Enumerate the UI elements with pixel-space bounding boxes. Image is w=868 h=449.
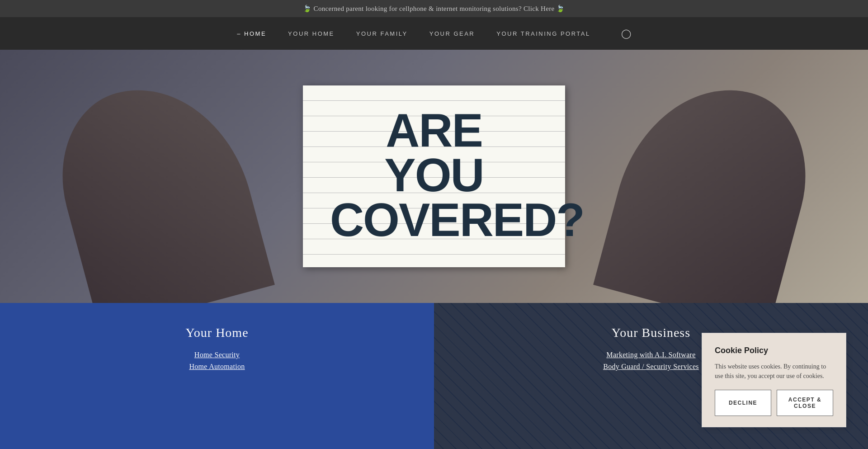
nav-item-your-gear[interactable]: YOUR GEAR — [429, 30, 475, 37]
hero-line3: COVERED? — [330, 194, 584, 246]
card-home-link-automation[interactable]: Home Automation — [18, 363, 416, 371]
announcement-bar[interactable]: 🍃 Concerned parent looking for cellphone… — [0, 0, 868, 17]
hero-section: ARE YOU COVERED? — [0, 50, 868, 303]
cookie-accept-button[interactable]: ACCEPT & CLOSE — [777, 390, 833, 416]
card-home-link-security[interactable]: Home Security — [18, 351, 416, 359]
cookie-text: This website uses cookies. By continuing… — [715, 362, 833, 381]
main-nav: – HOME YOUR HOME YOUR FAMILY YOUR GEAR Y… — [0, 17, 868, 50]
announcement-text: 🍃 Concerned parent looking for cellphone… — [303, 5, 565, 12]
user-account-icon[interactable]: ◯ — [621, 28, 631, 39]
hero-sign: ARE YOU COVERED? — [303, 85, 565, 267]
left-hand-decor — [42, 66, 275, 303]
cookie-popup: Cookie Policy This website uses cookies.… — [702, 333, 846, 427]
nav-item-home[interactable]: – HOME — [237, 30, 266, 37]
cookie-decline-button[interactable]: DECLINE — [715, 390, 771, 416]
nav-item-your-training-portal[interactable]: YOUR TRAINING PORTAL — [496, 30, 590, 37]
nav-item-your-home[interactable]: YOUR HOME — [288, 30, 335, 37]
cookie-title: Cookie Policy — [715, 346, 833, 355]
card-home-title: Your Home — [18, 326, 416, 340]
right-hand-decor — [593, 66, 826, 303]
cookie-buttons: DECLINE ACCEPT & CLOSE — [715, 390, 833, 416]
card-your-home: Your Home Home Security Home Automation — [0, 303, 434, 449]
nav-items: – HOME YOUR HOME YOUR FAMILY YOUR GEAR Y… — [18, 28, 850, 39]
hero-sign-text: ARE YOU COVERED? — [330, 108, 538, 242]
nav-item-your-family[interactable]: YOUR FAMILY — [356, 30, 408, 37]
